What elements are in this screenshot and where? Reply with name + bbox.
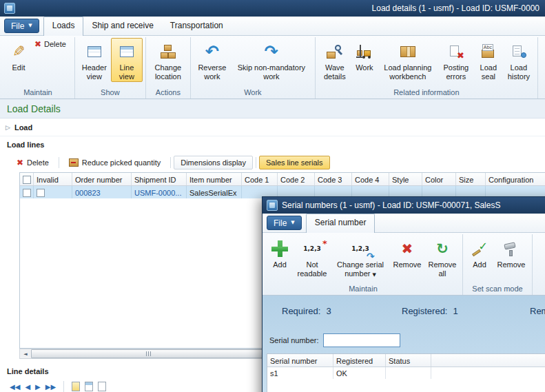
dialog-file-menu-button[interactable]: File ▼	[267, 216, 302, 230]
main-ribbon: ✎ Edit ✖ Delete Maintain Header view	[0, 36, 545, 99]
magnifier-box-icon	[327, 45, 343, 59]
column-header-registered[interactable]: Registered	[333, 354, 386, 367]
load-lines-toolbar: ✖ Delete Reduce picked quantity Dimensio…	[0, 153, 545, 172]
nav-right-double-icon[interactable]: ▶▶	[45, 383, 56, 391]
nav-left-icon[interactable]: ◀	[25, 383, 30, 391]
delete-x-icon: ✖	[17, 158, 23, 167]
row-select-checkbox[interactable]	[20, 186, 34, 198]
toolbar-separator	[256, 157, 256, 168]
delete-button[interactable]: ✖ Delete	[33, 38, 72, 50]
document-yellow-icon[interactable]	[72, 382, 80, 391]
cell-shipment-id[interactable]: USMF-0000...	[132, 186, 187, 198]
cell-serial-number[interactable]: s1	[267, 367, 333, 379]
grid-header-row: Invalid Order number Shipment ID Item nu…	[20, 173, 545, 186]
nav-right-icon[interactable]: ▶	[35, 383, 41, 391]
document-icon[interactable]	[98, 382, 106, 391]
scan-remove-button[interactable]: Remove	[493, 235, 529, 271]
column-header-color[interactable]: Color	[422, 173, 456, 185]
serial-number-input[interactable]	[323, 333, 400, 347]
column-header-configuration[interactable]: Configuration	[486, 173, 545, 185]
wave-details-button[interactable]: Wave details	[318, 38, 351, 82]
cell-order-number[interactable]: 000823	[72, 186, 132, 198]
toolbar-separator	[63, 381, 64, 392]
caret-down-icon: ▼	[28, 23, 32, 28]
add-serial-button[interactable]: Add	[267, 235, 293, 271]
serial-number-label: Serial number:	[269, 336, 319, 344]
change-serial-number-button[interactable]: 1,2,3↷ Change serial number ▼	[331, 235, 389, 279]
history-icon	[511, 45, 526, 58]
tab-transportation[interactable]: Transportation	[162, 17, 232, 35]
refresh-arrow-icon: ↻	[436, 242, 449, 256]
screen: Load details (1 - usmf) - Load ID: USMF-…	[0, 0, 545, 392]
dimensions-display-button[interactable]: Dimensions display	[174, 156, 253, 169]
work-button[interactable]: Work	[351, 38, 378, 74]
posting-errors-button[interactable]: ✖ Posting errors	[438, 38, 474, 82]
serial-grid-header: Serial number Registered Status	[267, 354, 545, 367]
column-header-item-number[interactable]: Item number	[187, 173, 242, 185]
column-header-code-1[interactable]: Code 1	[242, 173, 278, 185]
sales-line-serials-button[interactable]: Sales line serials	[259, 156, 330, 169]
expand-arrow-icon[interactable]: ▷	[6, 124, 10, 131]
dialog-titlebar: Serial numbers (1 - usmf) - Load ID: USM…	[263, 197, 545, 214]
change-location-button[interactable]: Change location	[149, 38, 187, 82]
dialog-group-label-set-scan-mode: Set scan mode	[466, 284, 529, 295]
ribbon-group-actions: Change location Actions	[146, 37, 191, 99]
page-title: Load Details	[7, 103, 61, 114]
column-header-shipment-id[interactable]: Shipment ID	[132, 173, 187, 185]
scan-add-button[interactable]: ✓ Add	[466, 235, 493, 271]
grid-delete-button[interactable]: ✖ Delete	[10, 156, 56, 169]
column-header-code-3[interactable]: Code 3	[315, 173, 352, 185]
cell-invalid[interactable]	[34, 186, 72, 198]
dialog-tab-serial-number[interactable]: Serial number	[306, 214, 376, 233]
remove-all-button[interactable]: ↻ Remove all	[425, 235, 460, 279]
reverse-work-button[interactable]: ↶ Reverse work	[194, 38, 231, 82]
reduce-picked-quantity-button[interactable]: Reduce picked quantity	[62, 156, 167, 169]
edit-button[interactable]: ✎ Edit	[4, 38, 33, 74]
tab-ship-and-receive[interactable]: Ship and receive	[83, 17, 161, 35]
registered-count: Registered:1	[402, 306, 458, 316]
toolbar-separator	[170, 157, 171, 168]
line-view-icon	[120, 46, 134, 57]
column-header-invalid[interactable]: Invalid	[34, 173, 72, 185]
numbers-arrow-icon: 1,2,3↷	[351, 245, 369, 252]
redo-arrow-icon: ↷	[265, 43, 278, 60]
not-readable-button[interactable]: 1,2,3* Not readable	[293, 235, 331, 279]
column-header-style[interactable]: Style	[389, 173, 422, 185]
remove-x-icon: ✖	[402, 242, 413, 256]
document-grid-icon[interactable]	[85, 382, 93, 391]
remove-serial-button[interactable]: ✖ Remove	[389, 235, 425, 271]
column-header-status[interactable]: Status	[386, 354, 431, 367]
dialog-app-icon	[267, 200, 278, 211]
load-planning-workbench-button[interactable]: Load planning workbench	[378, 38, 438, 82]
dialog-ribbon-tabs: File ▼ Serial number	[263, 214, 545, 233]
group-label-maintain: Maintain	[4, 87, 72, 99]
clipped-ribbon-button[interactable]: C	[541, 38, 545, 74]
column-header-code-2[interactable]: Code 2	[278, 173, 315, 185]
scroll-left-arrow-icon[interactable]: ◄	[20, 349, 31, 358]
line-view-button[interactable]: Line view	[111, 38, 143, 82]
scrollbar-thumb[interactable]	[31, 349, 265, 358]
section-load[interactable]: ▷ Load	[0, 118, 545, 136]
file-menu-button[interactable]: File ▼	[4, 19, 39, 33]
nav-left-double-icon[interactable]: ◀◀	[10, 383, 20, 391]
forklift-icon	[356, 45, 373, 59]
invalid-checkbox[interactable]	[37, 189, 45, 197]
main-titlebar: Load details (1 - usmf) - Load ID: USMF-…	[0, 0, 545, 17]
load-seal-button[interactable]: Abc Load seal	[474, 38, 503, 82]
tab-loads[interactable]: Loads	[43, 17, 84, 36]
serial-numbers-dialog: Serial numbers (1 - usmf) - Load ID: USM…	[262, 196, 545, 392]
header-view-button[interactable]: Header view	[78, 38, 111, 82]
boxes-icon	[160, 45, 176, 59]
table-row[interactable]: s1 OK	[267, 367, 545, 379]
column-header-serial-number[interactable]: Serial number	[267, 354, 333, 367]
dialog-group-set-scan-mode: ✓ Add Remove Set scan mode	[463, 234, 533, 295]
caret-down-icon: ▼	[372, 272, 376, 278]
ribbon-group-work: ↶ Reverse work ↷ Skip non-mandatory work…	[191, 37, 316, 99]
column-header-order-number[interactable]: Order number	[72, 173, 132, 185]
select-all-checkbox[interactable]	[20, 173, 34, 185]
load-history-button[interactable]: Load history	[503, 38, 535, 82]
column-header-size[interactable]: Size	[456, 173, 486, 185]
pencil-icon: ✎	[12, 44, 25, 59]
skip-non-mandatory-work-button[interactable]: ↷ Skip non-mandatory work	[231, 38, 312, 82]
column-header-code-4[interactable]: Code 4	[352, 173, 389, 185]
